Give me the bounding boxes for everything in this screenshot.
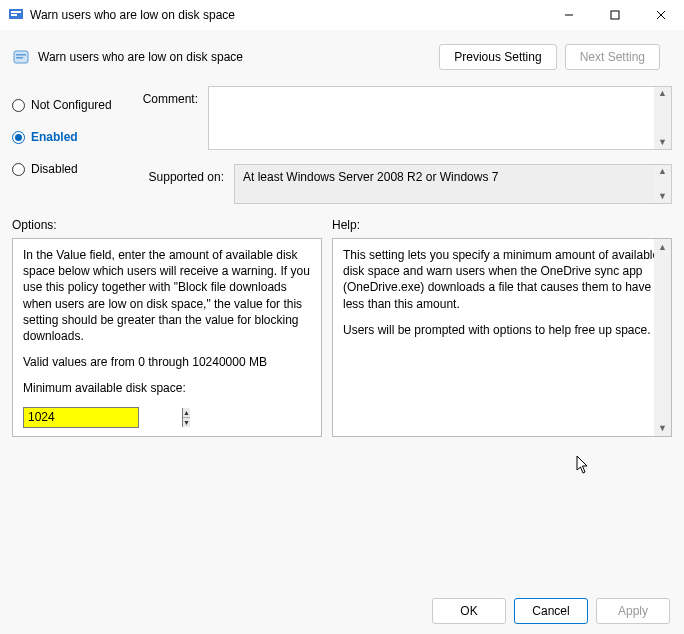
radio-icon [12,163,25,176]
svg-rect-8 [16,54,26,56]
footer-buttons: OK Cancel Apply [432,598,670,624]
spin-down-button[interactable]: ▼ [183,418,190,427]
close-button[interactable] [638,0,684,30]
app-icon [8,7,24,23]
cursor-icon [576,455,592,475]
policy-title: Warn users who are low on disk space [38,50,243,64]
radio-not-configured[interactable]: Not Configured [12,98,122,112]
comment-label: Comment: [136,86,198,106]
ok-button[interactable]: OK [432,598,506,624]
radio-label: Not Configured [31,98,112,112]
window-title: Warn users who are low on disk space [30,8,235,22]
help-text: Users will be prompted with options to h… [343,322,661,338]
svg-rect-1 [11,11,21,13]
help-text: This setting lets you specify a minimum … [343,247,661,312]
radio-disabled[interactable]: Disabled [12,162,122,176]
radio-label: Disabled [31,162,78,176]
radio-label: Enabled [31,130,78,144]
svg-rect-9 [16,57,23,59]
header-row: Warn users who are low on disk space Pre… [0,30,684,80]
spin-up-button[interactable]: ▲ [183,408,190,418]
min-disk-space-spinner[interactable]: ▲ ▼ [23,407,139,429]
radio-icon [12,131,25,144]
help-panel: This setting lets you specify a minimum … [332,238,672,437]
apply-button[interactable]: Apply [596,598,670,624]
svg-rect-4 [611,11,619,19]
supported-on-box: At least Windows Server 2008 R2 or Windo… [234,164,672,204]
options-text: In the Value field, enter the amount of … [23,247,311,344]
scrollbar[interactable]: ▲▼ [654,87,671,149]
options-field-label: Minimum available disk space: [23,380,311,396]
options-panel: In the Value field, enter the amount of … [12,238,322,437]
maximize-button[interactable] [592,0,638,30]
minimize-button[interactable] [546,0,592,30]
comment-textbox[interactable]: ▲▼ [208,86,672,150]
scrollbar[interactable]: ▲▼ [654,165,671,203]
next-setting-button[interactable]: Next Setting [565,44,660,70]
options-label: Options: [12,218,322,232]
supported-label: Supported on: [136,164,224,184]
help-label: Help: [332,218,672,232]
cancel-button[interactable]: Cancel [514,598,588,624]
policy-icon [12,48,30,66]
supported-on-text: At least Windows Server 2008 R2 or Windo… [243,170,498,184]
radio-icon [12,99,25,112]
svg-rect-2 [11,14,17,16]
title-bar: Warn users who are low on disk space [0,0,684,30]
scrollbar[interactable]: ▲▼ [654,239,671,436]
min-disk-space-input[interactable] [24,408,182,428]
options-text: Valid values are from 0 through 10240000… [23,354,311,370]
previous-setting-button[interactable]: Previous Setting [439,44,556,70]
radio-enabled[interactable]: Enabled [12,130,122,144]
